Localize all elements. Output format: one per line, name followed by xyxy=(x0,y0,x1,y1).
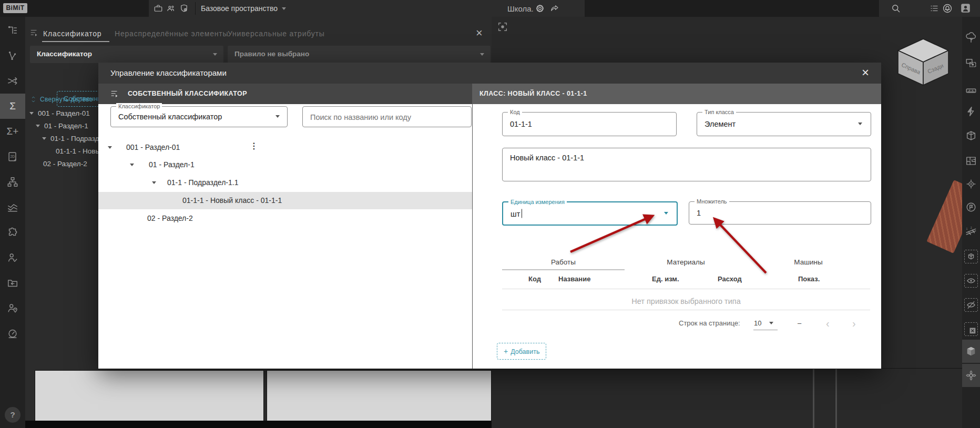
app-logo[interactable]: BiMiT xyxy=(3,3,27,13)
fit-view-button[interactable] xyxy=(496,20,509,34)
rows-per-page-underline xyxy=(753,330,778,330)
tree-item-selected[interactable]: 01-1-1 - Новый класс - 01-1-1 xyxy=(98,192,472,209)
col-unit: Ед. изм. xyxy=(652,275,679,283)
col-consumption: Расход xyxy=(718,275,742,283)
caret-expanded-icon[interactable] xyxy=(108,146,112,149)
tool-plugins[interactable] xyxy=(0,220,25,245)
code-field[interactable]: Код 01-1-1 xyxy=(502,112,677,136)
tool-totals[interactable]: Σ xyxy=(0,94,25,119)
tab-active-underline xyxy=(42,41,109,42)
dialog-close-button[interactable]: × xyxy=(862,65,869,80)
list-menu-button[interactable] xyxy=(930,4,939,13)
tree-item[interactable]: 01 - Раздел-1 xyxy=(36,122,88,130)
tab-classifier[interactable]: Классификатор xyxy=(43,29,101,38)
tool-2d-view[interactable]: 2D xyxy=(0,144,25,169)
tree-item[interactable]: 01-1 - Подразд xyxy=(42,135,99,142)
tool-mapping[interactable] xyxy=(0,68,25,94)
next-page-button[interactable]: › xyxy=(852,318,856,329)
class-type-select[interactable]: Тип класса Элемент xyxy=(697,112,871,136)
tool-user-location[interactable] xyxy=(0,295,25,321)
org-chart-icon xyxy=(7,176,18,188)
tool-orbit[interactable] xyxy=(962,364,980,387)
page-range: – xyxy=(798,319,801,327)
tree-item[interactable]: 02 - Раздел-2 xyxy=(43,160,87,168)
classifier-select[interactable]: Классификатор Собственный классификатор xyxy=(110,106,288,127)
tab-works[interactable]: Работы xyxy=(502,258,625,266)
project-settings-button[interactable] xyxy=(535,4,545,13)
notifications-button[interactable] xyxy=(942,3,953,14)
tab-unassigned-elements[interactable]: Нераспределённые элементы xyxy=(115,29,228,38)
rows-per-page-label: Строк на странице: xyxy=(679,319,740,327)
share-button[interactable] xyxy=(550,4,559,13)
connections-icon xyxy=(7,50,18,62)
tool-hide[interactable] xyxy=(962,293,980,317)
tool-flag[interactable] xyxy=(962,196,980,219)
tab-machines[interactable]: Машины xyxy=(747,258,870,266)
chevron-down-icon[interactable] xyxy=(769,322,773,324)
search-field[interactable] xyxy=(302,106,472,127)
workspace-selector[interactable]: Базовое пространство xyxy=(201,0,290,17)
tree-item[interactable]: 01-1 - Подраздел-1.1 xyxy=(98,174,472,191)
tree-item[interactable]: 02 - Раздел-2 xyxy=(98,210,472,227)
class-name-value: Новый класс - 01-1-1 xyxy=(510,154,584,162)
search-input[interactable] xyxy=(309,107,454,128)
panel-close-button[interactable]: × xyxy=(476,26,483,40)
tree-item[interactable]: 01-1-1 - Новь xyxy=(56,147,99,155)
rows-per-page-value[interactable]: 10 xyxy=(754,319,761,327)
tool-ruler[interactable] xyxy=(962,79,980,102)
scene-post xyxy=(813,369,814,428)
tool-floor-plan[interactable] xyxy=(962,149,980,172)
tree-item[interactable]: 001 - Раздел-01 xyxy=(29,109,90,117)
add-button[interactable]: +Добавить xyxy=(497,343,546,360)
tab-materials[interactable]: Материалы xyxy=(625,258,747,266)
tool-analytics[interactable] xyxy=(0,195,25,220)
unit-select[interactable]: Единица измерения шт xyxy=(502,201,678,226)
tool-locate[interactable] xyxy=(962,172,980,196)
rule-dropdown-value: Правило не выбрано xyxy=(234,50,309,58)
rule-dropdown[interactable]: Правило не выбрано xyxy=(228,46,491,63)
tool-dashboard[interactable] xyxy=(0,321,25,346)
tool-connections[interactable] xyxy=(0,43,25,68)
tree-item[interactable]: 01 - Раздел-1 xyxy=(98,156,472,174)
tool-clear-selection[interactable] xyxy=(962,318,980,341)
caret-expanded-icon[interactable] xyxy=(130,164,134,166)
multiplier-field[interactable]: Множитель 1 xyxy=(689,201,871,225)
tool-share-folder[interactable] xyxy=(0,270,25,295)
panel-menu-button[interactable] xyxy=(29,28,39,37)
tool-solid-view[interactable] xyxy=(962,340,980,363)
chevron-down-icon[interactable] xyxy=(664,212,668,215)
class-name-textarea[interactable]: Новый класс - 01-1-1 xyxy=(502,148,871,181)
pane-divider xyxy=(472,104,473,369)
team-button[interactable] xyxy=(166,4,176,13)
dashed-frame xyxy=(964,274,978,288)
tree-item[interactable]: 001 - Раздел-01 ⋮ xyxy=(98,139,472,156)
left-toolbar: Σ Σ+ 2D xyxy=(0,17,25,428)
tool-structure[interactable] xyxy=(0,169,25,195)
tool-grid-levels[interactable]: 12 xyxy=(962,220,980,243)
tool-flash[interactable] xyxy=(962,100,980,123)
classifier-tree-icon xyxy=(7,25,18,36)
search-icon xyxy=(891,3,901,14)
projects-button[interactable] xyxy=(154,4,163,13)
gauge-icon xyxy=(7,328,18,339)
tool-selection-frames[interactable] xyxy=(962,52,980,75)
tool-section-cube[interactable] xyxy=(962,124,980,147)
tool-scene-tree[interactable] xyxy=(962,26,980,49)
collapse-tree-button[interactable]: Свернуть дерево xyxy=(30,96,93,103)
security-button[interactable] xyxy=(179,4,189,13)
search-button[interactable] xyxy=(891,3,901,14)
tool-totals-add[interactable]: Σ+ xyxy=(0,119,25,144)
prev-page-button[interactable]: ‹ xyxy=(826,318,830,329)
tool-classifier-tree[interactable] xyxy=(0,18,25,43)
caret-expanded-icon[interactable] xyxy=(152,181,156,184)
tool-user-check[interactable] xyxy=(0,245,25,270)
tool-show[interactable] xyxy=(962,269,980,292)
kebab-menu-icon[interactable]: ⋮ xyxy=(250,141,258,151)
account-button[interactable] xyxy=(960,3,971,16)
tab-universal-attributes[interactable]: Универсальные атрибуты xyxy=(228,29,325,38)
view-cube[interactable]: Справа Сзади xyxy=(896,38,951,86)
binding-tab-underline xyxy=(502,269,625,270)
help-button[interactable]: ? xyxy=(5,407,21,423)
tool-isolate-cube[interactable] xyxy=(962,245,980,268)
classifier-dropdown[interactable]: Классификатор xyxy=(30,46,223,63)
